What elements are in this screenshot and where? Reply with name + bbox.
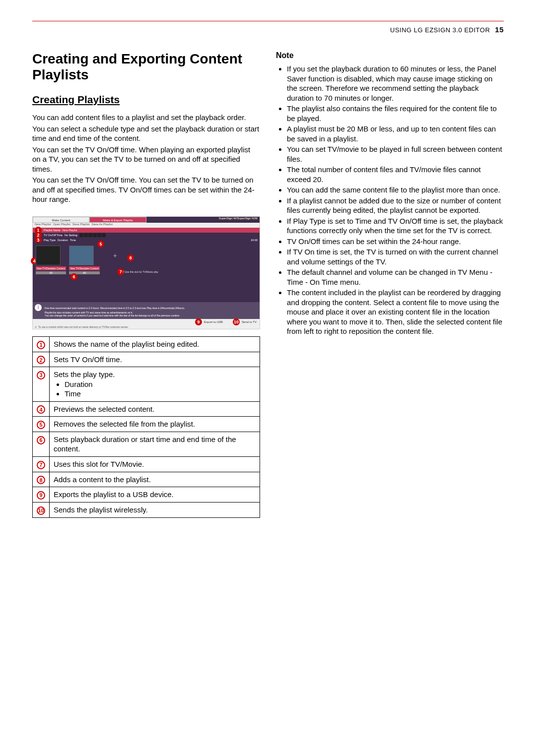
info-icon: i: [35, 304, 42, 311]
page-title: Creating and Exporting Content Playlists: [32, 51, 260, 83]
app-screenshot: Make Content Make & Export Playlist Supe…: [32, 216, 260, 329]
list-item: The default channel and volume can be ch…: [287, 267, 504, 287]
callout-9: 9: [37, 491, 45, 500]
callout-6: 6: [37, 436, 45, 444]
thumb-content: [69, 246, 94, 265]
list-item: The content included in the playlist can…: [287, 288, 504, 336]
row-playlist-name: 1 Playlist Name New Playlist: [33, 228, 260, 233]
row-tv-onoff: TV On/Off Time: [44, 234, 63, 237]
btn-export-usb: Export to USB: [204, 320, 223, 323]
list-item: TV On/Off times can be set within the 24…: [287, 237, 504, 247]
section-title: Creating Playlists: [32, 94, 260, 106]
callout-2: 2: [37, 356, 45, 364]
footer-note: ⊘To use a content which was not built on…: [33, 325, 260, 329]
callout-7: 7: [37, 461, 45, 469]
legend-table: 1Shows the name of the playlist being ed…: [32, 336, 260, 518]
intro-p4: You can set the TV On/Off time. You can …: [32, 175, 260, 204]
row-play-type: Play Type: [44, 239, 56, 242]
table-row: 5Removes the selected file from the play…: [33, 417, 260, 432]
btn-save-playlist: Save Playlist: [72, 223, 89, 228]
btn-send-tv: Send to TV: [242, 320, 257, 323]
table-row: 7Uses this slot for TV/Movie.: [33, 456, 260, 472]
list-item: You can set TV/movie to be played in ful…: [287, 144, 504, 164]
table-row: 4Previews the selected content.: [33, 401, 260, 417]
list-item: If you set the playback duration to 60 m…: [287, 64, 504, 103]
list-item: A playlist must be 20 MB or less, and up…: [287, 124, 504, 143]
header-title: USING LG EZSIGN 3.0 EDITOR: [390, 26, 490, 34]
table-row: 2Sets TV On/Off time.: [33, 352, 260, 367]
table-row: 9Exports the playlist to a USB device.: [33, 487, 260, 503]
info-panel: i One-time recommended total content is …: [33, 302, 260, 319]
intro-p3: You can set the TV On/Off time. When pla…: [32, 145, 260, 174]
table-row: 3Sets the play type. DurationTime: [33, 367, 260, 402]
link-supersign: SuperSign W/SuperSign N/W: [146, 217, 260, 223]
table-row: 8Adds a content to the playlist.: [33, 472, 260, 487]
add-slot-icon: +: [103, 246, 128, 265]
list-item: If Play Type is set to Time and TV On/Of…: [287, 216, 504, 236]
checkbox-tv-movie: ☐ Use this slot for TV/Movie play: [122, 270, 158, 273]
list-item: You can add the same content file to the…: [287, 185, 504, 195]
page-header: USING LG EZSIGN 3.0 EDITOR 15: [32, 25, 504, 34]
callout-1: 1: [37, 341, 45, 349]
callout-4: 4: [37, 405, 45, 414]
intro-p1: You can add content files to a playlist …: [32, 113, 260, 123]
btn-open-playlist: Open Playlist: [53, 223, 70, 228]
callout-10: 10: [37, 506, 45, 515]
list-item: The playlist also contains the files req…: [287, 104, 504, 123]
callout-3: 3: [37, 371, 45, 379]
page-number: 15: [495, 25, 504, 34]
callout-5: 5: [37, 421, 45, 429]
table-row: 10Sends the playlist wirelessly.: [33, 502, 260, 517]
list-item: If TV On time is set, the TV is turned o…: [287, 247, 504, 266]
notes-list: If you set the playback duration to 60 m…: [276, 64, 504, 336]
callout-8: 8: [37, 476, 45, 484]
note-heading: Note: [276, 51, 504, 60]
btn-new-tv-content-2: New TV/Samples Content: [69, 266, 99, 270]
table-row: 6Sets playback duration or start time an…: [33, 432, 260, 456]
btn-saveas-playlist: Save As Playlist: [91, 223, 113, 228]
intro-p2: You can select a schedule type and set t…: [32, 124, 260, 143]
tab-make-export: Make & Export Playlist: [89, 217, 146, 223]
btn-new-tv-content-1: New TV/Samples Content: [36, 266, 66, 270]
thumb-preview: [36, 246, 61, 265]
table-row: 1Shows the name of the playlist being ed…: [33, 336, 260, 352]
tab-make-content: Make Content: [33, 217, 89, 223]
list-item: If a playlist cannot be added due to the…: [287, 196, 504, 215]
list-item: The total number of content files and TV…: [287, 165, 504, 184]
